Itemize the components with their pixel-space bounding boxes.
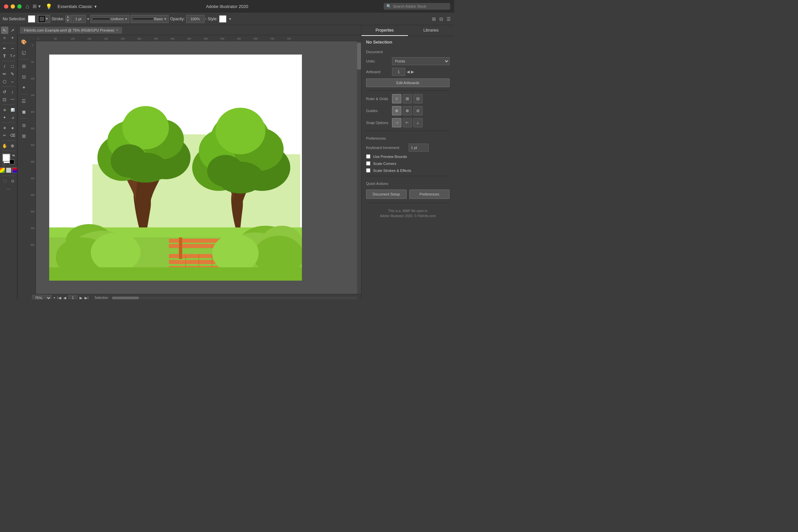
align-btn[interactable]: ⊟ xyxy=(19,72,28,81)
stroke-color-btn[interactable]: ▾ xyxy=(37,15,50,23)
scale-strokes-effects-checkbox[interactable] xyxy=(366,168,370,173)
edit-artboards-btn[interactable]: Edit Artboards xyxy=(366,78,450,87)
search-bar[interactable]: 🔍 xyxy=(384,3,450,10)
artboard-number-input[interactable] xyxy=(68,295,77,300)
guide-btn-1[interactable]: ⊕ xyxy=(392,106,401,115)
artboard-switch2-btn[interactable]: ⊡ xyxy=(9,177,16,185)
next-artboard-end-btn[interactable]: ▶| xyxy=(84,296,89,300)
blend-tool-btn[interactable]: ⊗ xyxy=(1,124,8,131)
stroke-down-btn[interactable]: ▼ xyxy=(65,19,70,23)
pencil-tool-btn[interactable]: ✎ xyxy=(9,70,16,77)
symbol-tool-btn[interactable]: ◈ xyxy=(9,124,16,131)
fg-color-swatch[interactable] xyxy=(2,154,10,162)
appearance-btn[interactable]: ◱ xyxy=(19,48,28,57)
pixel-grid-btn[interactable]: ⊟ xyxy=(413,94,423,103)
gradient-panel-btn[interactable]: ◼ xyxy=(19,107,28,116)
more-tools-btn[interactable]: ··· xyxy=(1,185,16,193)
search-input[interactable] xyxy=(393,4,448,8)
grid-btn[interactable]: ⊞ xyxy=(403,94,412,103)
fill-color-swatch[interactable] xyxy=(28,15,35,23)
zoom-tool-btn[interactable]: ⊕ xyxy=(9,142,16,149)
stroke-up-btn[interactable]: ▲ xyxy=(65,15,70,19)
scrollbar-thumb-v[interactable] xyxy=(357,43,361,70)
stroke-panel-btn[interactable]: ☰ xyxy=(19,96,28,106)
align-icon[interactable]: ⊟ xyxy=(439,16,444,22)
workspace-selector[interactable]: Essentials Classic ▾ xyxy=(58,4,97,9)
pathfinder-btn[interactable]: ✦ xyxy=(19,83,28,92)
eraser-tool-btn[interactable]: ⌫ xyxy=(9,132,16,139)
document-setup-btn[interactable]: Document Setup xyxy=(366,190,407,199)
slice-tool-btn[interactable]: ✂ xyxy=(1,132,8,139)
guide-btn-2[interactable]: ⊗ xyxy=(403,106,412,115)
curvature-tool-btn[interactable]: ∼ xyxy=(9,44,16,52)
grid-view-icon[interactable]: ⊞ xyxy=(431,16,437,22)
menu-icon[interactable]: ☰ xyxy=(446,16,452,22)
stroke-style-selector[interactable]: Basic ▾ xyxy=(131,15,169,23)
stroke-spinner[interactable]: ▲ ▼ xyxy=(65,15,70,23)
canvas-scroll-area[interactable] xyxy=(36,41,357,294)
chart-tool-btn[interactable]: 📊 xyxy=(9,106,16,113)
document-tab[interactable]: FileInfo.com Example.wmf @ 75% (RGB/GPU … xyxy=(20,27,122,34)
color-mode-btn[interactable] xyxy=(0,168,5,173)
home-icon[interactable]: ⌂ xyxy=(25,3,29,10)
pen-tool-btn[interactable]: ✒ xyxy=(1,44,8,52)
artboard-prev-btn[interactable]: ◀ xyxy=(407,70,410,74)
transform-btn[interactable]: ⊞ xyxy=(19,61,28,71)
warp-tool-btn[interactable]: 〰 xyxy=(9,96,16,103)
minimize-button[interactable] xyxy=(11,4,15,8)
color-panel-btn[interactable]: 🎨 xyxy=(19,37,28,46)
shaper-tool-btn[interactable]: ⬡ xyxy=(1,78,8,85)
tab-close-btn[interactable]: × xyxy=(116,28,118,32)
magic-wand-tool-btn[interactable]: ✧ xyxy=(1,34,8,41)
hand-tool-btn[interactable]: ✋ xyxy=(1,142,8,149)
gradient-mode-btn[interactable] xyxy=(12,168,18,173)
keyboard-increment-input[interactable] xyxy=(408,144,429,152)
none-mode-btn[interactable] xyxy=(6,168,11,173)
rulers-btn[interactable]: ⌗ xyxy=(392,94,401,103)
snap-btn-2[interactable]: ⊢ xyxy=(403,118,412,127)
type-on-path-btn[interactable]: T↗ xyxy=(9,52,16,59)
paintbrush-tool-btn[interactable]: ✏ xyxy=(1,70,8,77)
lasso-tool-btn[interactable]: ⌖ xyxy=(9,34,16,41)
prev-artboard-btn[interactable]: ◀ xyxy=(63,296,66,300)
measure-tool-btn[interactable]: ⊿ xyxy=(9,114,16,121)
eyedropper-tool-btn[interactable]: ✦ xyxy=(1,114,8,121)
use-preview-bounds-checkbox[interactable] xyxy=(366,154,370,158)
stroke-line-selector[interactable]: Uniform ▾ xyxy=(91,15,129,23)
scale-tool-btn[interactable]: ⊡ xyxy=(1,96,8,103)
opacity-input[interactable] xyxy=(186,15,205,23)
lightbulb-icon[interactable]: 💡 xyxy=(45,3,52,10)
layout-icon[interactable]: ⊞ ▾ xyxy=(33,3,41,9)
style-swatch[interactable] xyxy=(219,15,226,23)
artboards-btn[interactable]: ⊠ xyxy=(19,131,28,141)
selection-tool-btn[interactable]: ↖ xyxy=(1,26,8,34)
build-tool-btn[interactable]: ⊛ xyxy=(1,106,8,113)
preferences-btn[interactable]: Preferences xyxy=(409,190,450,199)
snap-btn-3[interactable]: ⊥ xyxy=(413,118,423,127)
tab-properties[interactable]: Properties xyxy=(361,25,408,36)
zoom-select[interactable]: 75% 50% 100% xyxy=(32,294,52,300)
h-scrollbar-thumb[interactable] xyxy=(112,297,139,299)
layers-btn[interactable]: ⧉ xyxy=(19,121,28,130)
artboard-next-btn[interactable]: ▶ xyxy=(411,70,414,74)
rotate-tool-btn[interactable]: ↺ xyxy=(1,88,8,95)
snap-btn-1[interactable]: ⊣ xyxy=(392,118,401,127)
guide-btn-3[interactable]: ⊘ xyxy=(413,106,423,115)
next-artboard-btn[interactable]: ▶ xyxy=(79,296,82,300)
tab-libraries[interactable]: Libraries xyxy=(408,25,455,36)
direct-selection-tool-btn[interactable]: ↗ xyxy=(9,26,16,34)
close-button[interactable] xyxy=(4,4,8,8)
scale-corners-checkbox[interactable] xyxy=(366,161,370,166)
artboard-switch-btn[interactable]: ⬛ xyxy=(1,177,8,185)
prev-artboard-start-btn[interactable]: |◀ xyxy=(57,296,61,300)
swap-colors-icon[interactable]: ⇆ xyxy=(12,154,15,157)
h-scrollbar[interactable] xyxy=(112,297,357,299)
rect-tool-btn[interactable]: □ xyxy=(9,62,16,70)
canvas-scrollbar-v[interactable] xyxy=(357,41,361,294)
units-select[interactable]: Points Pixels Inches Millimeters xyxy=(392,57,450,65)
artboard-nav-input[interactable] xyxy=(392,68,405,76)
type-tool-btn[interactable]: T xyxy=(1,52,8,59)
reflect-tool-btn[interactable]: ↕ xyxy=(9,88,16,95)
line-tool-btn[interactable]: / xyxy=(1,62,8,70)
fullscreen-button[interactable] xyxy=(17,4,22,8)
